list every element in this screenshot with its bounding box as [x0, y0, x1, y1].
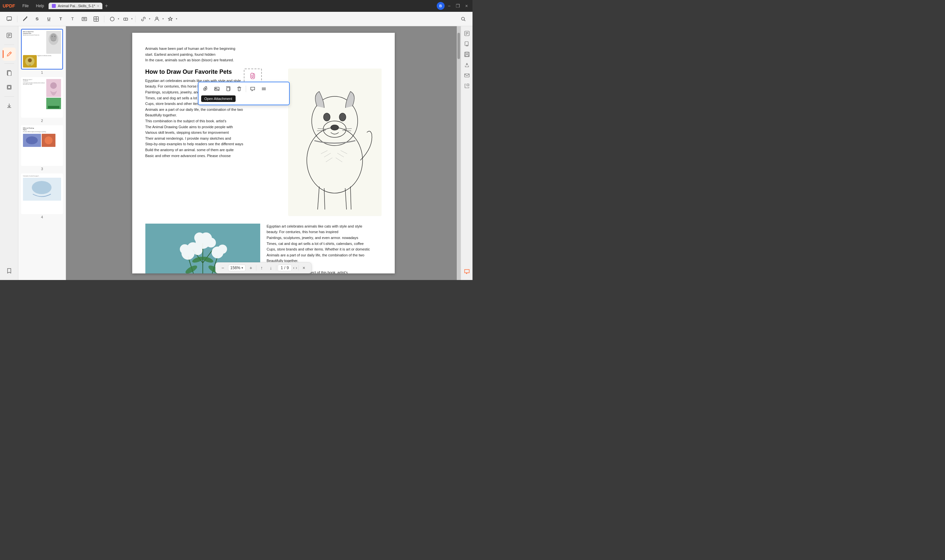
intro-line-2: start. Earliest ancient painting, found …	[145, 52, 382, 58]
svg-line-18	[9, 52, 11, 54]
right-save-icon[interactable]	[462, 50, 472, 59]
svg-point-71	[206, 238, 216, 248]
stamp-tool-group[interactable]: ▾	[165, 14, 177, 24]
popup-attach-btn[interactable]	[200, 84, 211, 94]
svg-point-12	[462, 17, 465, 20]
popup-properties-btn[interactable]	[259, 84, 269, 94]
svg-point-51	[339, 113, 346, 121]
right-share-icon[interactable]	[462, 60, 472, 69]
zoom-dropdown-icon[interactable]: ▾	[242, 266, 243, 269]
body-line-8: This combination is the subject of this …	[145, 118, 282, 124]
menu-help[interactable]: Help	[33, 3, 46, 9]
zoom-percentage: 156%	[230, 266, 240, 270]
thumbnail-2[interactable]: Animals are a part ofmy daily life. Lore…	[21, 77, 63, 123]
link-tool-group[interactable]: ▾	[138, 14, 150, 24]
attachment-dashed-box[interactable]	[244, 69, 262, 83]
page-current: 1	[281, 266, 283, 270]
user-tool[interactable]	[152, 14, 162, 24]
svg-marker-11	[168, 17, 172, 21]
shape-dropdown-arrow: ▾	[118, 17, 119, 20]
svg-point-39	[32, 181, 51, 194]
stamp-tool[interactable]	[165, 14, 176, 24]
zoom-in-button[interactable]: +	[247, 264, 254, 272]
pen-tool[interactable]	[20, 14, 31, 24]
sidebar-pages[interactable]	[3, 66, 16, 79]
page-prev-button[interactable]: ‹	[293, 266, 294, 270]
popup-delete-btn[interactable]	[234, 84, 244, 94]
right-convert-icon[interactable]	[462, 81, 472, 91]
strikethrough-tool[interactable]: S	[32, 14, 42, 24]
svg-rect-33	[48, 106, 59, 109]
search-button[interactable]	[458, 14, 469, 24]
heading-with-popup: How to Draw Our Favorite Pets	[145, 69, 282, 75]
scroll-up-button[interactable]: ↑	[257, 264, 265, 272]
thumbnail-1[interactable]: How to Draw OurFavorite Pets Animals hav…	[21, 29, 63, 74]
bottom-bar: − 156% ▾ + ↑ ↓ 1 / 9 ‹ › ×	[215, 262, 311, 274]
body-line-12: Step-by-step examples to help readers se…	[145, 141, 282, 147]
bottom-separator-2	[276, 265, 276, 271]
svg-point-50	[324, 113, 330, 121]
right-email-icon[interactable]	[462, 71, 472, 80]
right-chat-icon[interactable]	[462, 267, 472, 276]
user-tool-group[interactable]: ▾	[152, 14, 164, 24]
scrollbar-track[interactable]	[457, 26, 461, 280]
popup-copy-btn[interactable]	[223, 84, 233, 94]
maximize-button[interactable]: ❐	[454, 3, 462, 9]
open-attachment-button[interactable]: Open Attachment	[201, 95, 236, 102]
eraser-tool-group[interactable]: ▾	[120, 14, 133, 24]
sidebar-bookmark[interactable]	[3, 264, 16, 277]
thumb-page-num-1: 1	[21, 71, 63, 74]
user-avatar[interactable]: B	[437, 2, 445, 10]
popup-image-btn[interactable]	[212, 84, 222, 94]
page-navigation: 1 / 9	[277, 265, 292, 271]
textbox-tool[interactable]	[79, 14, 89, 24]
sidebar-edit[interactable]	[3, 29, 16, 42]
user-dropdown-arrow: ▾	[162, 17, 164, 20]
svg-point-52	[331, 125, 339, 130]
text-tool[interactable]: T	[67, 14, 78, 24]
bottom-text-6: Animals are a part of our daily life, th…	[267, 252, 382, 258]
shape-tool-group[interactable]: ▾	[107, 14, 119, 24]
sidebar-export[interactable]	[3, 99, 16, 112]
close-button[interactable]: ×	[463, 3, 470, 9]
svg-rect-85	[465, 55, 469, 56]
scrollbar-thumb[interactable]	[458, 33, 460, 59]
link-tool[interactable]	[138, 14, 149, 24]
svg-point-10	[156, 17, 158, 19]
main-toolbar: S U T T ▾ ▾ ▾ ▾ ▾	[0, 12, 473, 26]
scroll-down-button[interactable]: ↓	[267, 264, 274, 272]
bottom-text-4: Times, cat and dog art sells a lot of t-…	[267, 241, 382, 247]
thumb-page-num-2: 2	[21, 119, 63, 123]
right-ocr-icon[interactable]	[462, 29, 472, 38]
body-line-6: Animals are a part of our daily life, th…	[145, 107, 282, 113]
new-tab-button[interactable]: +	[103, 3, 110, 9]
comment-tool[interactable]	[4, 14, 14, 24]
svg-point-73	[218, 245, 227, 254]
dog-illustration	[288, 69, 382, 216]
body-line-11: Their animal renderings. I provide many …	[145, 136, 282, 142]
thumbnail-3[interactable]: Different PaintingStyles Text about diff…	[21, 125, 63, 171]
attachment-popup: Open Attachment	[198, 82, 290, 105]
thumbnail-4[interactable]: Continuation of content from page 3... 4	[21, 174, 63, 219]
sidebar-layers[interactable]	[3, 81, 16, 94]
page-next-button[interactable]: ›	[296, 266, 297, 270]
close-nav-button[interactable]: ×	[300, 264, 308, 272]
bottom-separator-1	[256, 265, 256, 271]
table-tool[interactable]	[91, 14, 102, 24]
sidebar-annotate[interactable]	[3, 48, 16, 61]
menu-file[interactable]: File	[20, 3, 31, 9]
underline-tool[interactable]: U	[44, 14, 54, 24]
zoom-out-button[interactable]: −	[219, 264, 227, 272]
body-line-13: Build the anatomy of an animal. some of …	[145, 147, 282, 153]
intro-line-3: In the cave, animals such as bison (biso…	[145, 57, 382, 63]
bottom-text-1: Egyptian art celebrates animals like cat…	[267, 224, 382, 229]
text-color-tool[interactable]: T	[55, 14, 66, 24]
minimize-button[interactable]: −	[446, 3, 452, 9]
eraser-tool[interactable]	[120, 14, 131, 24]
active-tab[interactable]: Animal Pai...Skills_5-1* ×	[49, 3, 102, 9]
tab-close[interactable]: ×	[97, 4, 99, 8]
popup-comment-btn[interactable]	[247, 84, 258, 94]
svg-point-26	[54, 36, 55, 37]
shape-tool[interactable]	[107, 14, 117, 24]
right-extract-icon[interactable]	[462, 39, 472, 49]
